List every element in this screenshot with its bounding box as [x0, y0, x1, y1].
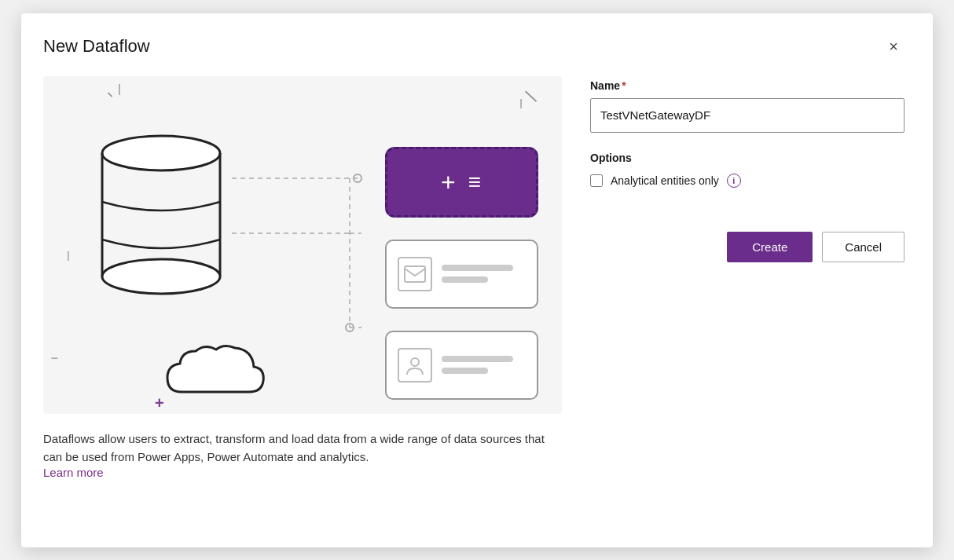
card-line: [442, 368, 488, 374]
info-icon[interactable]: i: [727, 174, 741, 188]
svg-point-5: [354, 174, 361, 182]
cloud-illustration: [160, 335, 270, 409]
analytical-entities-label: Analytical entities only: [611, 174, 719, 187]
person-entity-card: [385, 331, 538, 400]
analytical-entities-checkbox[interactable]: [590, 174, 603, 187]
dialog-header: New Dataflow ×: [43, 35, 904, 57]
close-button[interactable]: ×: [882, 35, 904, 57]
person-icon-area: [398, 348, 432, 382]
email-card-lines: [442, 265, 526, 283]
cancel-button[interactable]: Cancel: [822, 232, 904, 262]
name-field-group: Name*: [590, 79, 904, 133]
email-icon-area: [398, 257, 432, 291]
card-line: [442, 276, 488, 283]
right-panel: Name* Options Analytical entities only i…: [590, 76, 904, 525]
svg-point-8: [346, 324, 354, 331]
options-label: Options: [590, 152, 904, 164]
illustration-area: – | | – + ╲ | + ╲: [43, 76, 562, 414]
email-entity-card: [385, 240, 538, 309]
card-line: [442, 356, 513, 362]
cards-area: + ≡: [385, 147, 538, 400]
create-button[interactable]: Create: [727, 232, 813, 262]
svg-rect-11: [405, 266, 425, 282]
new-dataflow-dialog: New Dataflow × – | | – + ╲ | + ╲: [21, 13, 933, 547]
plus-icon: +: [441, 170, 456, 195]
learn-more-link[interactable]: Learn more: [43, 466, 104, 479]
svg-point-12: [411, 358, 419, 366]
options-section: Options Analytical entities only i: [590, 133, 904, 188]
analytical-entities-row: Analytical entities only i: [590, 174, 904, 188]
description-text: Dataflows allow users to extract, transf…: [43, 430, 562, 467]
name-input[interactable]: [590, 98, 904, 133]
name-field-label: Name*: [590, 79, 904, 92]
equals-icon: ≡: [468, 171, 483, 193]
left-panel: – | | – + ╲ | + ╲: [43, 76, 562, 525]
person-card-lines: [442, 356, 526, 374]
database-illustration: [90, 123, 232, 331]
dialog-footer: Create Cancel: [590, 219, 904, 262]
dialog-title: New Dataflow: [43, 36, 150, 57]
card-line: [442, 265, 513, 271]
description-section: Dataflows allow users to extract, transf…: [43, 430, 562, 481]
dialog-body: – | | – + ╲ | + ╲: [43, 76, 904, 525]
required-star: *: [622, 79, 626, 92]
add-transform-card: + ≡: [385, 147, 538, 218]
svg-point-3: [102, 259, 220, 294]
svg-point-0: [102, 136, 220, 170]
